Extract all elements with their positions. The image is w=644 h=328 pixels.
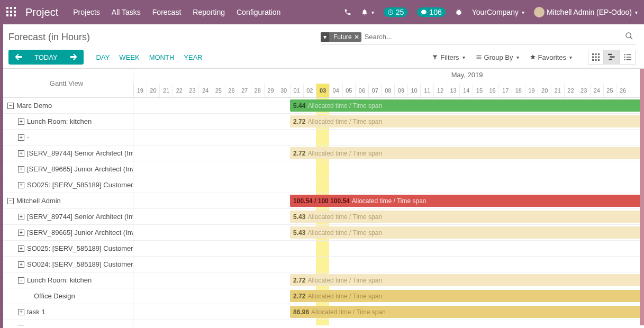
bar-value: 100.54 / 100 100.54 [293,197,350,205]
brand-title[interactable]: Project [25,6,58,19]
menu-projects[interactable]: Projects [73,8,100,16]
right-edge-decoration [640,69,644,325]
day-header-cell: 23 [186,84,199,97]
row-label-text: [SERV_89665] Junior Architect (Invoice o… [27,165,133,173]
gantt-row-label[interactable]: +task2 [0,320,133,325]
company-switcher[interactable]: YourCompany▾ [472,8,524,16]
messaging-badge[interactable]: 106 [417,7,445,17]
expand-icon[interactable]: + [18,245,24,252]
phone-icon[interactable] [344,8,351,16]
gantt-sidebar: Gantt View −Marc Demo+Lunch Room: kitche… [0,69,133,325]
gantt-row-label[interactable]: +task 1 [0,304,133,320]
gantt-row-label[interactable]: +SO025: [SERV_585189] Customer Care (Pre… [0,177,133,193]
day-header-cell: 16 [486,84,499,97]
expand-icon[interactable]: + [18,261,24,268]
gantt-bar[interactable]: 2.72Allocated time / Time span [290,274,644,286]
row-label-text: Marc Demo [16,102,52,110]
bell-icon[interactable]: ▾ [361,8,374,16]
month-label: May, 2019 [290,71,644,79]
expand-icon[interactable]: + [18,119,24,125]
expand-icon[interactable]: + [18,134,24,141]
gantt-bar[interactable]: 5.43Allocated time / Time span [290,211,644,223]
day-header-cell: 25 [212,84,225,97]
gantt-sidebar-header: Gantt View [0,69,133,98]
svg-rect-4 [10,11,12,13]
menu-all-tasks[interactable]: All Tasks [112,8,141,16]
bar-label: Allocated time / Time span [352,197,427,205]
svg-rect-13 [598,53,600,55]
expand-icon[interactable]: + [18,150,24,157]
gantt-body: 5.44Allocated time / Time span2.72Alloca… [133,98,644,325]
gantt-row-label[interactable]: +Lunch Room: kitchen [0,114,133,130]
gantt-body-row: 100.54 / 100 100.54Allocated time / Time… [133,193,644,209]
expand-icon[interactable]: + [18,309,24,315]
gantt-bar[interactable]: 100.54 / 100 100.54Allocated time / Time… [290,195,644,207]
gantt-row-label[interactable]: +[SERV_89665] Junior Architect (Invoice … [0,225,133,241]
gantt-row-label[interactable]: +- [0,130,133,145]
day-header-cell: 23 [577,84,590,97]
day-header-cell: 12 [433,84,447,97]
gantt-row-label[interactable]: −Marc Demo [0,98,133,114]
gantt-row-label[interactable]: Office Design [0,288,133,304]
gantt-row-label[interactable]: +[SERV_89665] Junior Architect (Invoice … [0,161,133,177]
expand-icon[interactable]: + [18,166,24,172]
search-input[interactable] [361,31,623,43]
today-button[interactable]: TODAY [29,50,64,65]
collapse-icon[interactable]: − [7,103,14,109]
search-icon[interactable] [623,32,636,42]
user-menu[interactable]: Mitchell Admin (EP-Odoo)▾ [534,7,638,17]
gantt-bar[interactable]: 5.43Allocated time / Time span [290,226,644,239]
gantt-row-label[interactable]: −Lunch Room: kitchen [0,272,133,288]
apps-icon[interactable] [6,7,17,17]
expand-icon[interactable]: + [18,325,24,326]
gantt-body-row: 2.72Allocated time / Time span [133,145,644,161]
groupby-dropdown[interactable]: Group By ▾ [473,51,522,63]
bar-value: 2.72 [293,277,305,284]
expand-icon[interactable]: + [18,214,24,220]
search-bar[interactable]: ▾Future ✕ [321,30,636,44]
svg-point-10 [626,33,631,38]
day-header-cell: 21 [159,84,173,97]
menu-forecast[interactable]: Forecast [152,8,181,16]
row-label-text: task 1 [27,308,46,316]
svg-rect-14 [592,56,594,58]
chip-remove-icon[interactable]: ✕ [354,33,359,41]
gantt-row-label[interactable]: +[SERV_89744] Senior Architect (Invoice … [0,145,133,161]
bug-icon[interactable] [455,8,462,16]
gantt-bar[interactable]: 86.96Allocated time / Time span [290,306,644,318]
filter-icon: ▾ [321,32,329,42]
svg-rect-19 [598,59,600,61]
gantt-row-label[interactable]: +SO025: [SERV_585189] Customer Care (Pre… [0,241,133,257]
menu-configuration[interactable]: Configuration [237,8,280,16]
gantt-bar[interactable]: 2.72Allocated time / Time span [290,290,644,302]
expand-icon[interactable]: + [18,230,24,236]
scale-week[interactable]: WEEK [119,53,139,61]
filters-dropdown[interactable]: Filters ▾ [429,51,468,63]
gantt-bar[interactable]: 5.44Allocated time / Time span [290,99,644,112]
activity-badge[interactable]: 25 [384,7,408,17]
gantt-bar[interactable]: 2.72Allocated time / Time span [290,147,644,159]
collapse-icon[interactable]: − [18,277,24,284]
search-filter-chip[interactable]: ▾Future ✕ [321,32,361,42]
gantt-row-label[interactable]: +SO024: [SERV_585189] Customer Care (Pre… [0,257,133,272]
gantt-bar[interactable]: 2.72Allocated time / Time span [290,115,644,127]
gantt-timeline[interactable]: May, 2019 192021222324252627282930010203… [133,69,644,325]
svg-rect-16 [598,56,600,58]
day-header-cell: 13 [447,84,460,97]
view-list[interactable] [620,50,636,65]
favorites-dropdown[interactable]: Favorites ▾ [527,51,575,63]
next-button[interactable]: 🡲 [64,50,84,65]
gantt-row-label[interactable]: −Mitchell Admin [0,193,133,209]
day-header-cell: 07 [368,84,382,97]
scale-month[interactable]: MONTH [149,53,175,61]
view-gantt[interactable] [604,50,620,65]
view-kanban[interactable] [588,50,604,65]
prev-button[interactable]: 🡰 [8,50,29,65]
gantt-row-label[interactable]: +[SERV_89744] Senior Architect (Invoice … [0,209,133,225]
scale-day[interactable]: DAY [96,53,110,61]
scale-year[interactable]: YEAR [184,53,202,61]
expand-icon[interactable]: + [18,182,24,188]
collapse-icon[interactable]: − [7,198,14,204]
bar-label: Allocated time / Time span [311,308,386,316]
menu-reporting[interactable]: Reporting [193,8,225,16]
